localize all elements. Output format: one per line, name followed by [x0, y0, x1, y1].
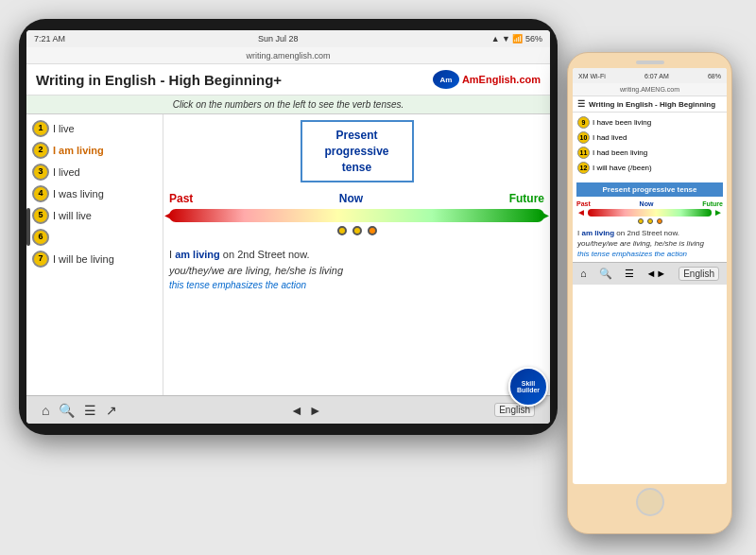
phone-battery: 68%: [708, 73, 721, 79]
list-item[interactable]: 2 I am living: [32, 142, 157, 159]
verb-number-badge: 7: [32, 251, 49, 268]
share-icon[interactable]: ↗: [106, 403, 117, 418]
prev-arrow[interactable]: ◄: [290, 403, 303, 418]
timeline-bar: [169, 209, 544, 222]
phone-bold-living: am living: [581, 229, 614, 237]
past-label: Past: [169, 192, 193, 205]
list-item[interactable]: 7 I will be living: [32, 251, 157, 268]
tablet-main-area: 1 I live 2 I am living 3 I lived 4 I was…: [26, 114, 550, 395]
tablet-date: Sun Jul 28: [258, 34, 299, 43]
phone-verb-badge: 9: [577, 116, 590, 129]
phone-status-bar: XM Wi-Fi 6:07 AM 68%: [573, 68, 727, 83]
list-item[interactable]: 11 I had been living: [577, 147, 722, 159]
tablet-time: 7:21 AM: [34, 34, 65, 43]
phone-url: writing.AMENG.com: [620, 86, 679, 93]
phone-url-bar[interactable]: writing.AMENG.com: [573, 83, 727, 96]
phone-title-bar: ☰ Writing in English - High Beginning: [573, 96, 727, 113]
phone-verb-badge: 10: [577, 131, 590, 144]
hamburger-icon[interactable]: ☰: [577, 99, 585, 109]
list-item[interactable]: 9 I have been living: [577, 116, 722, 129]
verb-text: I will be living: [53, 252, 114, 266]
verb-text: I live: [53, 122, 75, 135]
list-item[interactable]: 10 I had lived: [577, 131, 722, 144]
timeline-labels: Past Now Future: [169, 192, 544, 205]
phone-nav-bar: ⌂ 🔍 ☰ ◄► English: [573, 262, 727, 285]
phone-timeline-dots: [576, 218, 723, 224]
search-icon[interactable]: 🔍: [59, 403, 75, 418]
list-item[interactable]: 12 I will have (/been): [577, 162, 722, 174]
phone-example-sentence: I am living on 2nd Street now.: [577, 228, 722, 238]
verb-text: I am living: [53, 144, 104, 157]
list-icon[interactable]: ☰: [84, 403, 96, 418]
tablet-side-button[interactable]: [26, 208, 30, 246]
phone-verb-badge: 12: [577, 162, 590, 174]
phone-home-icon[interactable]: ⌂: [580, 268, 587, 279]
phone-timeline-labels: Past Now Future: [576, 200, 723, 207]
phone-verb-text: I had been living: [593, 148, 647, 157]
instruction-bar: Click on the numbers on the left to see …: [26, 95, 550, 114]
phone-verb-list: 9 I have been living 10 I had lived 11 I…: [573, 113, 727, 181]
phone-search-icon[interactable]: 🔍: [599, 268, 612, 280]
phone-home-button[interactable]: [636, 488, 664, 516]
tablet-screen: 7:21 AM Sun Jul 28 ▲ ▼ 📶 56% writing.ame…: [26, 30, 550, 424]
timeline-area: Past Now Future ◄ ►: [169, 192, 544, 239]
phone-dot-2: [647, 218, 653, 224]
phone-tense-box: Present progressive tense: [576, 182, 723, 197]
phone-verb-text: I had lived: [593, 133, 627, 142]
tablet: 7:21 AM Sun Jul 28 ▲ ▼ 📶 56% writing.ame…: [19, 19, 558, 435]
tablet-wifi: ▲ ▼ 📶 56%: [491, 34, 542, 43]
tablet-nav-bar: ⌂ 🔍 ☰ ↗ ◄ ► English: [26, 395, 550, 424]
now-label: Now: [339, 192, 363, 205]
tablet-page-title: Writing in English - High Beginning+: [36, 72, 282, 88]
phone-top-bar: [573, 61, 727, 64]
tablet-right-panel: Presentprogressivetense Past Now Future …: [163, 114, 550, 395]
verb-number-badge: 4: [32, 185, 49, 202]
phone-future-label: Future: [702, 200, 723, 207]
amenglish-logo: Am AmEnglish.com: [433, 70, 541, 89]
timeline-arrow-right: ►: [537, 207, 550, 224]
list-item[interactable]: 5 I will live: [32, 207, 157, 224]
phone-dot-1: [638, 218, 644, 224]
phone-verb-text: I have been living: [593, 118, 651, 127]
verb-number-badge: 2: [32, 142, 49, 159]
phone-verb-badge: 11: [577, 147, 590, 159]
verb-text: I will live: [53, 209, 92, 222]
phone-lang-selector[interactable]: English: [679, 267, 719, 281]
phone-now-label: Now: [640, 200, 654, 207]
logo-oval: Am: [433, 70, 459, 89]
tablet-verb-list: 1 I live 2 I am living 3 I lived 4 I was…: [26, 114, 163, 395]
phone-timeline-bar: [588, 209, 712, 217]
tablet-url-bar[interactable]: writing.amenglish.com: [26, 47, 550, 64]
example-italic: you/they/we are living, he/she is living: [169, 263, 544, 279]
phone-example-italic: you/they/we are living, he/she is living: [577, 238, 722, 249]
home-icon[interactable]: ⌂: [42, 403, 49, 418]
tablet-status-bar: 7:21 AM Sun Jul 28 ▲ ▼ 📶 56%: [26, 30, 550, 47]
list-item[interactable]: 1 I live: [32, 120, 157, 137]
phone-verb-text: I will have (/been): [593, 164, 652, 172]
phone-page-title: Writing in English - High Beginning: [589, 100, 715, 109]
tablet-url: writing.amenglish.com: [246, 51, 330, 61]
list-item[interactable]: 6: [32, 229, 157, 246]
verb-number-badge: 1: [32, 120, 49, 137]
verb-number-badge: 3: [32, 164, 49, 181]
builder-text: Builder: [517, 387, 540, 393]
tense-box: Presentprogressivetense: [301, 120, 414, 182]
phone-arrows-icon[interactable]: ◄►: [645, 268, 666, 279]
phone-past-label: Past: [576, 200, 591, 207]
next-arrow[interactable]: ►: [309, 403, 322, 418]
dot-3: [368, 226, 377, 235]
dot-2: [352, 226, 362, 235]
tablet-nav-icons: ⌂ 🔍 ☰ ↗: [42, 403, 117, 418]
toefl-badge: Skill Builder: [508, 367, 548, 395]
list-item[interactable]: 4 I was living: [32, 185, 157, 202]
tablet-nav-arrows: ◄ ►: [290, 403, 322, 418]
dot-1: [337, 226, 347, 235]
scene: 7:21 AM Sun Jul 28 ▲ ▼ 📶 56% writing.ame…: [0, 0, 756, 555]
phone-right-arrow: ►: [713, 207, 723, 217]
phone-screen: XM Wi-Fi 6:07 AM 68% writing.AMENG.com ☰…: [573, 68, 727, 484]
phone-timeline: Past Now Future ◄ ►: [576, 200, 723, 224]
list-item[interactable]: 3 I lived: [32, 164, 157, 181]
phone-speaker: [636, 61, 664, 64]
phone-list-icon[interactable]: ☰: [625, 268, 634, 280]
verb-text: I was living: [53, 187, 104, 200]
